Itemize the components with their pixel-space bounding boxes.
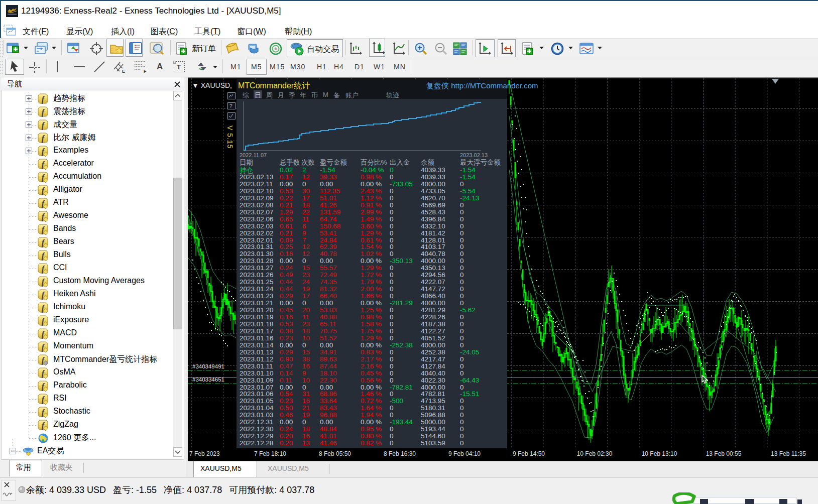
svg-text:#340349491: #340349491 [192, 363, 224, 369]
svg-text:E: E [122, 69, 125, 73]
svg-text:F: F [144, 69, 147, 73]
svg-text:?: ? [229, 103, 232, 109]
svg-text:T: T [177, 63, 181, 71]
svg-text:#340334651: #340334651 [192, 376, 224, 383]
